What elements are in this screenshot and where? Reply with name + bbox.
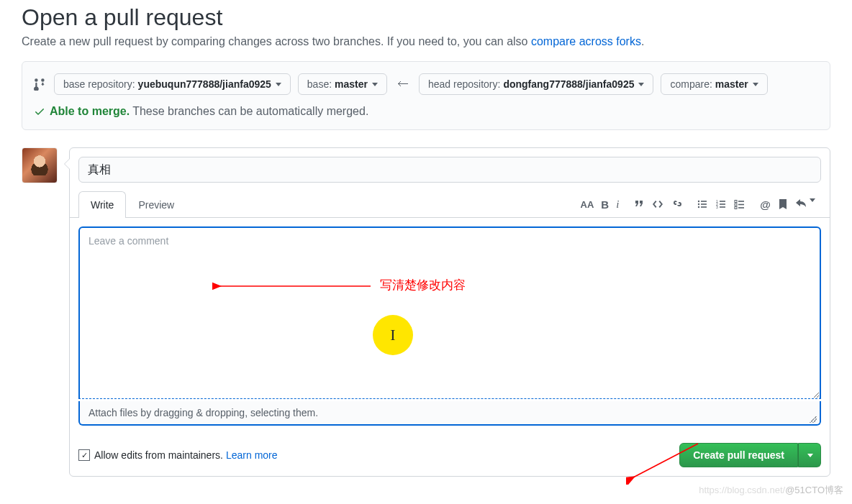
arrow-left-icon: 🡐 — [394, 78, 412, 91]
watermark: https://blog.csdn.net/@51CTO博客 — [699, 484, 843, 497]
svg-rect-17 — [738, 207, 744, 209]
head-repo-label: head repository: — [428, 78, 500, 90]
compare-branch-selector[interactable]: compare: master — [661, 73, 767, 95]
compare-forks-link[interactable]: compare across forks — [531, 35, 641, 47]
base-branch-label: base: — [307, 78, 332, 90]
svg-rect-4 — [701, 203, 707, 205]
merge-status: Able to merge. These branches can be aut… — [34, 105, 818, 118]
check-icon — [34, 106, 45, 117]
mention-icon[interactable]: @ — [760, 198, 771, 211]
svg-rect-9 — [720, 201, 725, 202]
base-repo-label: base repository: — [63, 78, 135, 90]
svg-rect-12 — [735, 201, 737, 203]
compare-branch-label: compare: — [670, 78, 712, 90]
chevron-down-icon — [753, 83, 758, 86]
heading-icon[interactable]: AA — [581, 199, 594, 210]
svg-text:3: 3 — [716, 205, 718, 209]
pr-body-textarea[interactable] — [78, 226, 821, 399]
svg-point-2 — [698, 206, 699, 208]
chevron-down-icon — [638, 83, 644, 86]
tab-write[interactable]: Write — [78, 191, 126, 218]
head-repository-selector[interactable]: head repository: dongfang777888/jianfa09… — [419, 73, 653, 95]
annotation-arrow-1 — [212, 280, 378, 295]
bulleted-list-icon[interactable] — [697, 198, 708, 210]
italic-icon[interactable]: i — [616, 198, 619, 211]
base-repo-value: yuebuqun777888/jianfa0925 — [138, 78, 271, 90]
svg-rect-3 — [701, 201, 707, 202]
svg-rect-10 — [720, 203, 725, 205]
formatting-toolbar: AA B i — [581, 198, 821, 211]
svg-rect-15 — [738, 201, 744, 202]
quote-icon[interactable] — [633, 198, 645, 210]
base-branch-selector[interactable]: base: master — [298, 73, 387, 95]
compare-branch-value: master — [715, 78, 748, 90]
chevron-down-icon — [372, 83, 378, 86]
merge-ok-label: Able to merge. — [50, 105, 130, 118]
numbered-list-icon[interactable]: 123 — [715, 198, 727, 210]
allow-edits-label: Allow edits from maintainers. — [94, 449, 223, 461]
bold-icon[interactable]: B — [601, 198, 609, 211]
svg-rect-14 — [735, 207, 737, 209]
reply-icon[interactable] — [795, 198, 815, 210]
subtitle-text: Create a new pull request by comparing c… — [22, 35, 531, 47]
svg-point-1 — [698, 203, 699, 205]
svg-rect-11 — [720, 206, 725, 208]
base-branch-value: master — [335, 78, 368, 90]
merge-description: These branches can be automatically merg… — [132, 105, 368, 118]
head-repo-value: dongfang777888/jianfa0925 — [503, 78, 634, 90]
chevron-down-icon — [807, 454, 813, 457]
attach-files-hint[interactable]: Attach files by dragging & dropping, sel… — [78, 401, 821, 426]
compare-box: base repository: yuebuqun777888/jianfa09… — [22, 61, 830, 130]
pr-title-input[interactable] — [78, 157, 821, 183]
svg-line-19 — [633, 444, 698, 477]
page-title: Open a pull request — [22, 0, 830, 31]
annotation-arrow-2 — [626, 441, 705, 485]
svg-rect-13 — [735, 203, 737, 206]
chevron-down-icon — [276, 83, 281, 86]
page-subtitle: Create a new pull request by comparing c… — [22, 35, 830, 48]
task-list-icon[interactable] — [734, 198, 746, 210]
svg-point-0 — [698, 201, 699, 202]
cursor-highlight-icon: I — [373, 315, 413, 355]
svg-rect-5 — [701, 206, 707, 208]
watermark-main: @51CTO博客 — [785, 485, 843, 495]
annotation-text-1: 写清楚修改内容 — [380, 277, 466, 293]
comment-box: Write Preview AA B i — [69, 147, 830, 477]
svg-rect-16 — [738, 204, 744, 206]
subtitle-post: . — [641, 35, 644, 47]
avatar[interactable] — [22, 147, 58, 183]
create-pull-request-menu[interactable] — [798, 443, 821, 467]
link-icon[interactable] — [671, 198, 682, 210]
watermark-url: https://blog.csdn.net/ — [699, 485, 785, 495]
base-repository-selector[interactable]: base repository: yuebuqun777888/jianfa09… — [54, 73, 291, 95]
allow-edits-checkbox[interactable]: ✓ — [78, 449, 90, 461]
learn-more-link[interactable]: Learn more — [226, 449, 278, 461]
code-icon[interactable] — [652, 198, 663, 210]
git-compare-icon — [34, 78, 47, 91]
tab-preview[interactable]: Preview — [126, 191, 186, 218]
reference-icon[interactable] — [778, 198, 788, 210]
